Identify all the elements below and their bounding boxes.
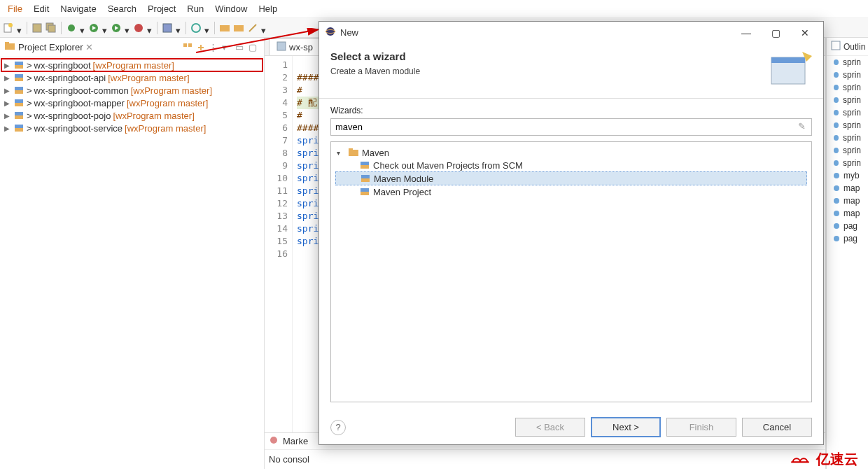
folder-open-icon[interactable] xyxy=(233,22,244,34)
project-wx-springboot[interactable]: ▶> wx-springboot [wxProgram master] xyxy=(1,59,262,71)
save-icon[interactable] xyxy=(31,22,43,34)
run-ext-icon[interactable] xyxy=(111,22,122,34)
svg-rect-25 xyxy=(15,90,23,94)
project-wx-springboot-common[interactable]: ▶> wx-springboot-common [wxProgram maste… xyxy=(1,84,262,97)
outline-item[interactable]: map xyxy=(827,195,868,207)
editor-tab[interactable]: wx-sp xyxy=(269,38,321,55)
filter-icon[interactable]: ⋮ xyxy=(209,42,220,53)
menu-search[interactable]: Search xyxy=(103,1,141,16)
dialog-titlebar[interactable]: New — ▢ ✕ xyxy=(319,22,823,43)
svg-rect-48 xyxy=(360,188,369,192)
outline-item[interactable]: sprin xyxy=(827,106,868,119)
clear-filter-icon[interactable]: ✎ xyxy=(798,121,808,131)
wizard-filter-input[interactable] xyxy=(330,118,812,136)
menu-project[interactable]: Project xyxy=(143,1,181,16)
wizard-item[interactable]: Maven Project xyxy=(335,185,807,198)
outline-item[interactable]: sprin xyxy=(827,119,868,132)
svg-rect-47 xyxy=(361,178,370,182)
svg-point-1 xyxy=(8,23,13,27)
outline-item[interactable]: sprin xyxy=(827,132,868,144)
new-icon[interactable] xyxy=(3,22,14,34)
outline-item[interactable]: map xyxy=(827,207,868,220)
finish-button[interactable]: Finish xyxy=(666,418,736,437)
outline-item[interactable]: sprin xyxy=(827,56,868,69)
menu-navigate[interactable]: Navigate xyxy=(55,1,101,16)
svg-rect-49 xyxy=(360,192,369,195)
folder-icon[interactable] xyxy=(219,22,230,34)
outline-item[interactable]: sprin xyxy=(827,144,868,157)
project-wx-springboot-pojo[interactable]: ▶> wx-springboot-pojo [wxProgram master] xyxy=(1,109,262,122)
run-icon[interactable] xyxy=(88,22,99,34)
outline-item[interactable]: map xyxy=(827,182,868,195)
collapse-all-icon[interactable] xyxy=(182,42,193,53)
back-button[interactable]: < Back xyxy=(515,418,585,437)
outline-item[interactable]: sprin xyxy=(827,69,868,81)
tool-icon[interactable] xyxy=(162,22,173,34)
outline-item[interactable]: sprin xyxy=(827,94,868,106)
wand-icon[interactable] xyxy=(247,22,258,34)
minimize-button[interactable]: — xyxy=(734,27,759,38)
close-icon[interactable]: ✕ xyxy=(85,42,93,52)
wizard-item[interactable]: Maven Module xyxy=(335,171,807,185)
outline-item[interactable]: sprin xyxy=(827,157,868,169)
watermark: 亿速云 xyxy=(788,450,858,469)
maximize-button[interactable]: ▢ xyxy=(763,27,788,38)
svg-point-33 xyxy=(270,437,277,444)
svg-line-15 xyxy=(249,24,256,31)
next-button[interactable]: Next > xyxy=(591,417,661,437)
maximize-icon[interactable]: ▢ xyxy=(248,42,260,53)
svg-rect-34 xyxy=(832,41,840,50)
menu-run[interactable]: Run xyxy=(182,1,209,16)
outline-item[interactable]: sprin xyxy=(827,81,868,94)
svg-point-37 xyxy=(326,27,335,36)
wizard-folder-maven[interactable]: ▾Maven xyxy=(335,146,807,159)
menu-edit[interactable]: Edit xyxy=(29,1,54,16)
banner-desc: Create a Maven module xyxy=(330,66,767,76)
svg-rect-26 xyxy=(15,99,23,103)
wizard-tree[interactable]: ▾MavenCheck out Maven Projects from SCMM… xyxy=(330,141,812,402)
banner-title: Select a wizard xyxy=(330,50,767,62)
svg-rect-4 xyxy=(48,25,55,32)
svg-rect-21 xyxy=(15,65,23,69)
project-tree[interactable]: ▶> wx-springboot [wxProgram master]▶> wx… xyxy=(0,57,264,469)
wizard-banner-icon xyxy=(767,50,812,88)
menu-help[interactable]: Help xyxy=(253,1,282,16)
svg-point-12 xyxy=(192,24,200,32)
svg-point-10 xyxy=(134,24,143,32)
svg-rect-32 xyxy=(277,42,286,50)
save-all-icon[interactable] xyxy=(46,22,57,34)
outline-item[interactable]: pag xyxy=(827,220,868,232)
markers-tab[interactable]: Marke xyxy=(283,436,308,446)
outline-item[interactable]: myb xyxy=(827,169,868,182)
new-wizard-dialog: New — ▢ ✕ Select a wizard Create a Maven… xyxy=(318,21,824,445)
svg-rect-22 xyxy=(15,74,23,78)
markers-icon[interactable] xyxy=(269,435,279,447)
dropdown-icon[interactable]: ▾ xyxy=(17,25,22,31)
svg-rect-23 xyxy=(15,78,23,81)
console-text: No consol xyxy=(265,450,825,469)
sync-icon[interactable] xyxy=(190,22,202,34)
link-editor-icon[interactable] xyxy=(195,42,206,53)
svg-rect-45 xyxy=(360,165,369,169)
svg-rect-29 xyxy=(15,115,23,119)
project-wx-springboot-service[interactable]: ▶> wx-springboot-service [wxProgram mast… xyxy=(1,122,262,134)
project-wx-springboot-mapper[interactable]: ▶> wx-springboot-mapper [wxProgram maste… xyxy=(1,97,262,109)
menu-window[interactable]: Window xyxy=(210,1,252,16)
debug-icon[interactable] xyxy=(66,22,77,34)
outline-item[interactable]: pag xyxy=(827,232,868,245)
eclipse-icon xyxy=(325,26,336,39)
wizard-item[interactable]: Check out Maven Projects from SCM xyxy=(335,159,807,171)
project-explorer-panel: Project Explorer ✕ ⋮ ▾ ▭ ▢ ▶> wx-springb… xyxy=(0,38,265,469)
stop-icon[interactable] xyxy=(133,22,144,34)
close-button[interactable]: ✕ xyxy=(792,27,818,38)
dialog-title: New xyxy=(340,27,729,38)
menu-file[interactable]: File xyxy=(3,1,27,16)
svg-rect-43 xyxy=(349,148,353,150)
project-wx-springboot-api[interactable]: ▶> wx-springboot-api [wxProgram master] xyxy=(1,71,262,84)
cancel-button[interactable]: Cancel xyxy=(742,418,812,437)
minimize-icon[interactable]: ▭ xyxy=(235,42,246,53)
outline-icon xyxy=(831,41,841,52)
svg-rect-28 xyxy=(15,112,23,115)
view-menu-icon[interactable]: ▾ xyxy=(222,42,233,53)
help-button[interactable]: ? xyxy=(330,420,346,435)
